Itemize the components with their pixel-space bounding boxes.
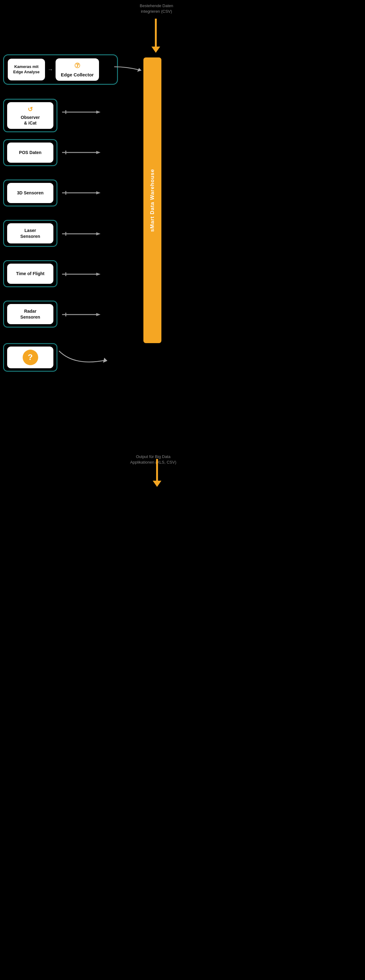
pos-row: POS Daten: [3, 139, 57, 166]
svg-marker-12: [96, 191, 100, 194]
inner-arrow: →: [48, 67, 53, 73]
svg-marker-25: [103, 358, 107, 363]
radar-card: RadarSensoren: [7, 304, 53, 324]
laser-card: LaserSensoren: [7, 223, 53, 243]
connector-laser: [62, 231, 106, 236]
group-kameras-edge: Kameras mitEdge Analyse → ⑦ Edge Collect…: [3, 54, 118, 85]
radar-label: RadarSensoren: [21, 309, 40, 320]
top-label: Bestehende Daten integrieren (CSV): [140, 3, 173, 14]
laser-label: LaserSensoren: [21, 228, 40, 239]
pos-label: POS Daten: [19, 150, 41, 155]
top-arrow: [151, 19, 160, 53]
connector-pos: [62, 150, 106, 155]
svg-marker-4: [96, 111, 100, 114]
kameras-card: Kameras mitEdge Analyse: [8, 59, 45, 80]
observer-row: ↺ Observer& iCat: [3, 99, 57, 132]
svg-marker-24: [96, 313, 100, 316]
edge-collector-icon: ⑦: [74, 62, 80, 70]
radar-row: RadarSensoren: [3, 301, 57, 328]
warehouse-bar: sMart Data Warehouse: [143, 57, 161, 343]
svg-marker-20: [96, 273, 100, 276]
diagram-container: Bestehende Daten integrieren (CSV) Kamer…: [0, 0, 182, 490]
3d-label: 3D Sensoren: [17, 190, 44, 196]
connector-radar: [62, 312, 106, 317]
svg-marker-16: [96, 232, 100, 235]
laser-row: LaserSensoren: [3, 220, 57, 247]
tof-row: Time of Flight: [3, 260, 57, 287]
bottom-arrow: [153, 459, 161, 487]
3d-card: 3D Sensoren: [7, 183, 53, 203]
edge-collector-label: Edge Collector: [61, 72, 94, 78]
tof-label: Time of Flight: [16, 271, 45, 276]
3d-row: 3D Sensoren: [3, 180, 57, 207]
warehouse-label: sMart Data Warehouse: [149, 166, 156, 235]
edge-collector-card: ⑦ Edge Collector: [56, 58, 99, 81]
connector-3d: [62, 190, 106, 195]
pos-card: POS Daten: [7, 143, 53, 163]
svg-marker-8: [96, 151, 100, 154]
tof-card: Time of Flight: [7, 264, 53, 284]
question-card: ?: [7, 347, 53, 368]
question-icon: ?: [23, 350, 38, 365]
kameras-label: Kameras mitEdge Analyse: [13, 64, 40, 75]
observer-icon: ↺: [28, 105, 33, 113]
connector-observer: [62, 110, 106, 115]
question-row: ?: [3, 343, 57, 372]
observer-label: Observer& iCat: [21, 115, 40, 126]
curved-arrow-1: [114, 60, 145, 73]
connector-tof: [62, 272, 106, 277]
observer-card: ↺ Observer& iCat: [7, 102, 53, 129]
curved-arrow-bottom: [50, 342, 112, 372]
